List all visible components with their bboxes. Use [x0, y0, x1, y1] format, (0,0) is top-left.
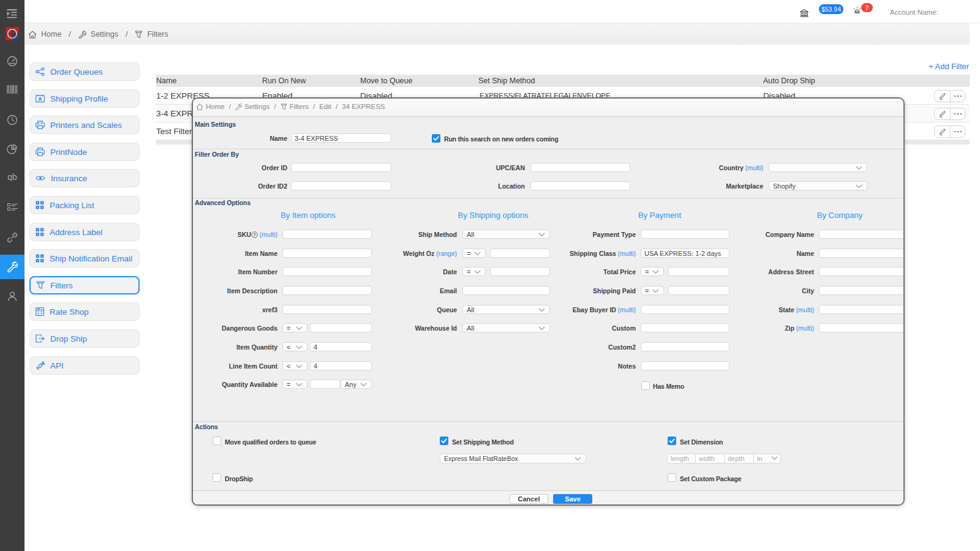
svg-text:?: ?	[253, 232, 256, 238]
svg-text:qb: qb	[7, 173, 17, 181]
